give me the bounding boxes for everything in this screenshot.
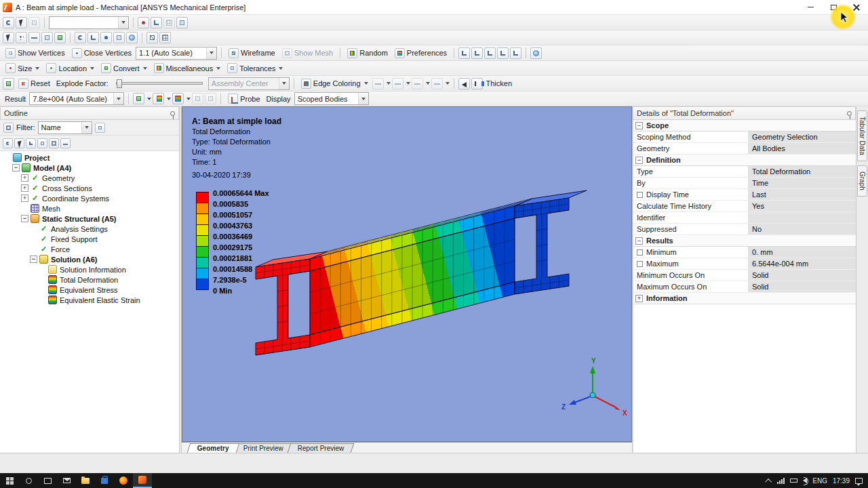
details-row-type[interactable]: TypeTotal Deformation [633, 166, 856, 178]
zoom-view-icon[interactable] [100, 32, 112, 43]
details-section-definition[interactable]: −Definition [633, 155, 856, 166]
rotate-view-icon[interactable] [75, 32, 86, 43]
details-row-maximum[interactable]: Maximum6.5644e-004 mm [633, 258, 856, 270]
combo-arrow-icon[interactable] [206, 47, 216, 59]
detail-value[interactable]: 0. mm [749, 247, 856, 258]
network-icon[interactable] [777, 478, 785, 484]
details-row-identifier[interactable]: Identifier [633, 212, 856, 224]
random-colors-button[interactable]: Random [344, 47, 391, 59]
new-section-icon[interactable] [176, 17, 188, 28]
transform-y-icon[interactable] [471, 47, 483, 59]
tree-expander-icon[interactable]: + [21, 184, 28, 192]
combo-arrow-icon[interactable] [113, 93, 123, 104]
detail-value[interactable]: Last [749, 189, 856, 200]
slider-handle[interactable] [117, 79, 122, 88]
graphics-canvas[interactable]: Y X Z A: Beam at simple load Total Defor… [182, 106, 632, 442]
detail-value[interactable]: No [749, 224, 856, 235]
details-row-geometry[interactable]: GeometryAll Bodies [633, 143, 856, 155]
detail-value[interactable]: Geometry Selection [749, 131, 856, 142]
transform-flip-icon[interactable] [497, 47, 509, 59]
face-select-icon[interactable] [41, 32, 53, 43]
tree-item-equivalent-elastic-strain[interactable]: Equivalent Elastic Strain [0, 295, 179, 305]
details-row-calculate-time-history[interactable]: Calculate Time HistoryYes [633, 201, 856, 212]
store-button[interactable] [95, 473, 114, 488]
edge-style-4-icon[interactable] [431, 78, 443, 89]
expand-all-icon[interactable] [26, 138, 36, 148]
solve-icon[interactable] [138, 17, 149, 28]
minimize-button[interactable] [799, 0, 822, 14]
combo-arrow-icon[interactable] [81, 122, 92, 134]
combo-arrow-icon[interactable] [118, 17, 128, 28]
refresh-icon[interactable] [3, 17, 14, 28]
firefox-button[interactable] [114, 473, 133, 488]
filter-options-icon[interactable] [95, 123, 105, 133]
assembly-center-combo[interactable]: Assembly Center [208, 77, 290, 90]
tree-item-solution-information[interactable]: Solution Information [0, 264, 179, 274]
tree-item-mesh[interactable]: Mesh [0, 203, 179, 214]
body-select-icon[interactable] [54, 32, 66, 43]
hidden-icons-chevron[interactable] [765, 478, 772, 485]
convert-dropdown[interactable]: Convert [98, 62, 150, 74]
task-view-button[interactable] [38, 473, 57, 488]
file-explorer-button[interactable] [76, 473, 95, 488]
show-mesh-button[interactable]: Show Mesh [279, 47, 336, 59]
probe-button[interactable]: Probe [225, 93, 262, 104]
tree-item-force[interactable]: ✓Force [0, 244, 179, 254]
clear-filter-icon[interactable] [14, 138, 24, 148]
tree-expander-icon[interactable]: + [21, 195, 28, 202]
zoom-box-icon[interactable] [113, 32, 125, 43]
detail-value[interactable]: Solid [749, 281, 856, 292]
vertex-select-icon[interactable] [16, 32, 27, 43]
size-dropdown[interactable]: Size [3, 62, 42, 74]
checkbox-icon[interactable] [637, 192, 643, 198]
miscellaneous-dropdown[interactable]: Miscellaneous [151, 62, 224, 74]
copy-icon[interactable] [28, 17, 40, 28]
pointer-tool-icon[interactable] [16, 17, 27, 28]
scoped-bodies-combo[interactable]: Scoped Bodies [294, 92, 369, 105]
volume-icon[interactable] [803, 478, 807, 483]
units-globe-icon[interactable] [530, 47, 542, 59]
transform-rotate-icon[interactable] [510, 47, 521, 59]
thicken-icon[interactable] [471, 78, 483, 89]
transform-x-icon[interactable] [458, 47, 470, 59]
details-row-maximum-occurs-on[interactable]: Maximum Occurs OnSolid [633, 281, 856, 293]
tree-item-analysis-settings[interactable]: ✓Analysis Settings [0, 224, 179, 234]
edge-style-2-icon[interactable] [392, 78, 403, 89]
tree-expander-icon[interactable]: − [12, 164, 20, 171]
edge-direction-icon[interactable] [458, 78, 470, 89]
sort-icon[interactable] [60, 138, 71, 148]
transform-z-icon[interactable] [484, 47, 496, 59]
wireframe-button[interactable]: Wireframe [226, 47, 278, 59]
chart-tool-icon[interactable] [151, 17, 162, 28]
language-indicator[interactable]: ENG [812, 477, 827, 485]
contour-bands-icon[interactable] [153, 93, 164, 104]
side-tab-graph[interactable]: Graph [857, 165, 867, 197]
tree-item-coordinate-systems[interactable]: +✓Coordinate Systems [0, 193, 179, 203]
details-row-by[interactable]: ByTime [633, 178, 856, 189]
worksheet-icon[interactable] [163, 17, 175, 28]
checkbox-icon[interactable] [637, 261, 643, 267]
detail-value[interactable] [749, 212, 856, 223]
details-row-minimum-occurs-on[interactable]: Minimum Occurs OnSolid [633, 270, 856, 281]
tree-item-cross-sections[interactable]: +✓Cross Sections [0, 183, 179, 193]
tree-item-geometry[interactable]: +✓Geometry [0, 173, 179, 183]
search-button[interactable] [19, 473, 38, 488]
edge-style-3-icon[interactable] [412, 78, 423, 89]
location-dropdown[interactable]: Location [43, 62, 97, 74]
vertex-scale-combo[interactable]: 1.1 (Auto Scale) [136, 47, 217, 60]
expand-icon[interactable]: + [635, 295, 643, 302]
detail-value[interactable]: Yes [749, 201, 856, 211]
details-row-display-time[interactable]: Display TimeLast [633, 189, 856, 201]
min-probe-icon[interactable] [192, 93, 203, 104]
tolerances-dropdown[interactable]: Tolerances [224, 62, 285, 74]
reset-explode-button[interactable]: Reset [16, 78, 53, 89]
filter-mode-icon[interactable] [3, 123, 14, 133]
pin-icon[interactable] [170, 111, 175, 116]
maximize-button[interactable] [822, 0, 845, 14]
viewport-tab-report-preview[interactable]: Report Preview [287, 443, 354, 453]
select-mode-icon[interactable] [3, 32, 14, 43]
details-section-results[interactable]: −Results [633, 235, 856, 247]
fit-view-icon[interactable] [126, 32, 138, 43]
tree-item-solution-a6[interactable]: −Solution (A6) [0, 254, 179, 264]
tree-expander-icon[interactable]: + [21, 174, 28, 182]
